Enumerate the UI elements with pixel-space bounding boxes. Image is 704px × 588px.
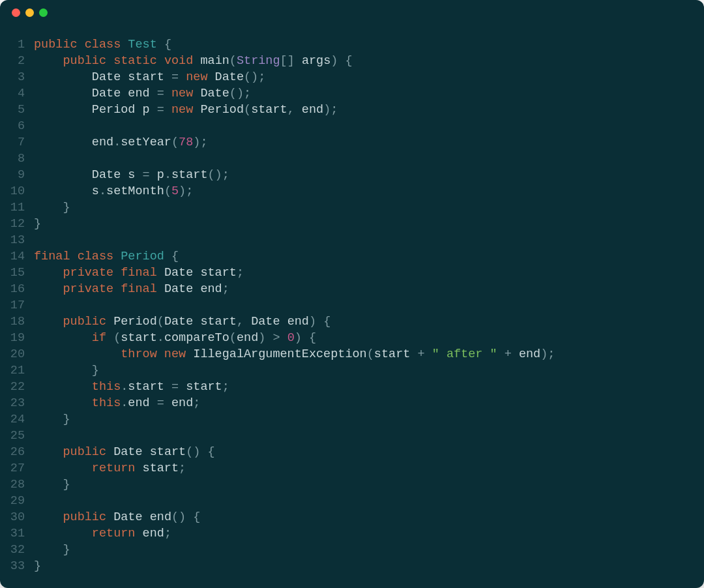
code-line[interactable]: 22 this.start = start;	[0, 379, 704, 395]
code-line[interactable]: 12}	[0, 216, 704, 232]
code-line[interactable]: 5 Period p = new Period(start, end);	[0, 102, 704, 118]
code-line[interactable]: 3 Date start = new Date();	[0, 69, 704, 85]
code-content[interactable]: if (start.compareTo(end) > 0) {	[34, 330, 316, 346]
code-line[interactable]: 24 }	[0, 411, 704, 428]
code-content[interactable]: }	[34, 477, 70, 493]
line-number: 29	[0, 493, 34, 509]
line-number: 9	[0, 167, 34, 183]
line-number: 4	[0, 85, 34, 102]
code-line[interactable]: 19 if (start.compareTo(end) > 0) {	[0, 330, 704, 346]
code-line[interactable]: 2 public static void main(String[] args)…	[0, 53, 704, 69]
minimize-icon[interactable]	[25, 8, 34, 17]
code-content[interactable]: public Period(Date start, Date end) {	[34, 314, 330, 330]
code-line[interactable]: 7 end.setYear(78);	[0, 134, 704, 151]
code-line[interactable]: 28 }	[0, 477, 704, 493]
code-content[interactable]: Period p = new Period(start, end);	[34, 102, 338, 118]
line-number: 33	[0, 558, 34, 574]
line-number: 15	[0, 265, 34, 281]
code-line[interactable]: 16 private final Date end;	[0, 281, 704, 297]
code-line[interactable]: 32 }	[0, 542, 704, 558]
code-line[interactable]: 20 throw new IllegalArgumentException(st…	[0, 346, 704, 362]
line-number: 30	[0, 509, 34, 525]
code-line[interactable]: 17	[0, 297, 704, 314]
code-line[interactable]: 14final class Period {	[0, 248, 704, 265]
line-number: 5	[0, 102, 34, 118]
code-line[interactable]: 13	[0, 232, 704, 248]
code-window: 1public class Test {2 public static void…	[0, 0, 704, 588]
code-line[interactable]: 33}	[0, 558, 704, 574]
code-content[interactable]: private final Date start;	[34, 265, 244, 281]
code-line[interactable]: 1public class Test {	[0, 37, 704, 53]
code-content[interactable]: public Date start() {	[34, 444, 215, 460]
line-number: 20	[0, 346, 34, 362]
code-content[interactable]: }	[34, 216, 41, 232]
line-number: 7	[0, 134, 34, 151]
code-line[interactable]: 26 public Date start() {	[0, 444, 704, 460]
code-content[interactable]: private final Date end;	[34, 281, 229, 297]
code-line[interactable]: 4 Date end = new Date();	[0, 85, 704, 102]
code-line[interactable]: 21 }	[0, 362, 704, 379]
code-line[interactable]: 31 return end;	[0, 525, 704, 542]
code-content[interactable]: }	[34, 542, 70, 558]
line-number: 6	[0, 118, 34, 134]
line-number: 3	[0, 69, 34, 85]
code-line[interactable]: 23 this.end = end;	[0, 395, 704, 411]
code-line[interactable]: 6	[0, 118, 704, 134]
code-line[interactable]: 10 s.setMonth(5);	[0, 183, 704, 199]
code-content[interactable]: public static void main(String[] args) {	[34, 53, 353, 69]
code-content[interactable]: }	[34, 362, 99, 379]
line-number: 32	[0, 542, 34, 558]
code-content[interactable]: public class Test {	[34, 37, 171, 53]
code-content[interactable]: return start;	[34, 460, 186, 477]
code-content[interactable]: Date start = new Date();	[34, 69, 265, 85]
code-editor[interactable]: 1public class Test {2 public static void…	[0, 25, 704, 588]
line-number: 18	[0, 314, 34, 330]
line-number: 14	[0, 248, 34, 265]
line-number: 23	[0, 395, 34, 411]
code-content[interactable]: this.start = start;	[34, 379, 229, 395]
code-content[interactable]: public Date end() {	[34, 509, 200, 525]
code-content[interactable]: Date s = p.start();	[34, 167, 229, 183]
line-number: 10	[0, 183, 34, 199]
window-titlebar	[0, 0, 704, 25]
code-content[interactable]: }	[34, 411, 70, 428]
code-content[interactable]: return end;	[34, 525, 171, 542]
line-number: 22	[0, 379, 34, 395]
line-number: 8	[0, 151, 34, 167]
code-content[interactable]: }	[34, 558, 41, 574]
code-line[interactable]: 11 }	[0, 199, 704, 216]
code-content[interactable]: Date end = new Date();	[34, 85, 251, 102]
code-content[interactable]: throw new IllegalArgumentException(start…	[34, 346, 555, 362]
code-content[interactable]: final class Period {	[34, 248, 179, 265]
zoom-icon[interactable]	[39, 8, 48, 17]
line-number: 16	[0, 281, 34, 297]
line-number: 11	[0, 199, 34, 216]
line-number: 28	[0, 477, 34, 493]
line-number: 26	[0, 444, 34, 460]
line-number: 27	[0, 460, 34, 477]
line-number: 25	[0, 428, 34, 444]
line-number: 19	[0, 330, 34, 346]
code-line[interactable]: 8	[0, 151, 704, 167]
code-line[interactable]: 29	[0, 493, 704, 509]
line-number: 1	[0, 37, 34, 53]
code-content[interactable]: end.setYear(78);	[34, 134, 208, 151]
code-line[interactable]: 15 private final Date start;	[0, 265, 704, 281]
line-number: 2	[0, 53, 34, 69]
code-line[interactable]: 30 public Date end() {	[0, 509, 704, 525]
line-number: 17	[0, 297, 34, 314]
code-content[interactable]: }	[34, 199, 70, 216]
close-icon[interactable]	[12, 8, 20, 17]
line-number: 31	[0, 525, 34, 542]
line-number: 21	[0, 362, 34, 379]
code-line[interactable]: 9 Date s = p.start();	[0, 167, 704, 183]
code-line[interactable]: 18 public Period(Date start, Date end) {	[0, 314, 704, 330]
code-line[interactable]: 25	[0, 428, 704, 444]
code-content[interactable]: this.end = end;	[34, 395, 200, 411]
code-line[interactable]: 27 return start;	[0, 460, 704, 477]
code-content[interactable]: s.setMonth(5);	[34, 183, 193, 199]
line-number: 24	[0, 411, 34, 428]
line-number: 13	[0, 232, 34, 248]
line-number: 12	[0, 216, 34, 232]
